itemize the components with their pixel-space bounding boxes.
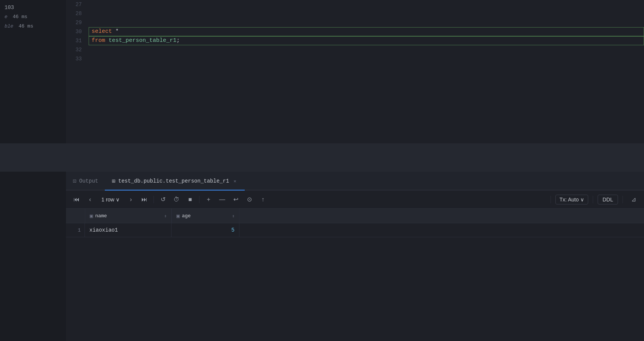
clock-button[interactable]: ⏱ — [170, 194, 182, 206]
code-panel: 27 28 29 30 31 32 33 select * from test_… — [66, 0, 644, 143]
line-num-32: 32 — [75, 45, 82, 54]
first-page-button[interactable]: ⏮ — [71, 194, 83, 206]
col-icon-age: ▣ — [176, 213, 179, 219]
divider-1 — [153, 196, 154, 203]
col-label-age: age — [182, 213, 190, 219]
col-header-age[interactable]: ▣ age ⇕ — [172, 209, 239, 223]
log-time-e: 46 ms — [13, 14, 28, 20]
code-line-33 — [89, 54, 644, 63]
log-item-ble: ble 46 ms — [0, 22, 66, 30]
code-lines[interactable]: select * from test_person_table_r1; — [89, 0, 644, 143]
bottom-left-sidebar — [0, 172, 66, 341]
row-count-selector[interactable]: 1 row ∨ — [98, 195, 123, 204]
tabs-bar: ⊡ Output ⊞ test_db.public.test_person_ta… — [66, 172, 644, 190]
code-line-27 — [89, 0, 644, 9]
table-tab-icon: ⊞ — [112, 178, 115, 185]
tab-table-label: test_db.public.test_person_table_r1 — [118, 178, 229, 184]
col-header-name[interactable]: ▣ name ⇕ — [85, 209, 172, 223]
divider-5 — [623, 196, 623, 203]
log-label-e: e — [5, 14, 8, 20]
log-number-103: 103 — [0, 4, 66, 11]
ident-table: test_person_table_r1 — [105, 37, 176, 44]
tab-output-label: Output — [79, 178, 98, 184]
tx-label: Tx: Auto — [560, 197, 579, 203]
add-row-button[interactable]: + — [202, 194, 215, 206]
next-page-button[interactable]: › — [125, 194, 137, 206]
tab-close-button[interactable]: ✕ — [232, 178, 238, 185]
toolbar-right: Tx: Auto ∨ DDL ⊿ — [549, 194, 639, 206]
stop-button[interactable]: ■ — [184, 194, 196, 206]
refresh-button[interactable]: ↺ — [157, 194, 169, 206]
table-row: 1 xiaoxiao1 5 — [66, 223, 644, 237]
sort-icon-name[interactable]: ⇕ — [164, 214, 167, 218]
delete-row-button[interactable]: — — [216, 194, 228, 206]
divider-2 — [199, 196, 199, 203]
tab-output[interactable]: ⊡ Output — [66, 172, 105, 190]
row-count-chevron: ∨ — [116, 197, 120, 203]
separator-bar — [0, 143, 644, 172]
undo-button[interactable]: ↩ — [230, 194, 242, 206]
punct-star: * — [112, 28, 119, 35]
log-time-ble: 46 ms — [18, 23, 33, 29]
line-num-31: 31 — [75, 36, 82, 45]
data-grid: ▣ name ⇕ ▣ age ⇕ 1 xiaoxiao1 5 — [66, 209, 644, 341]
tab-table[interactable]: ⊞ test_db.public.test_person_table_r1 ✕ — [105, 172, 244, 190]
log-label-ble: ble — [5, 23, 13, 29]
keyword-from: from — [92, 37, 105, 44]
grid-header: ▣ name ⇕ ▣ age ⇕ — [66, 209, 644, 223]
code-line-31[interactable]: from test_person_table_r1; — [89, 36, 644, 45]
line-num-29: 29 — [75, 18, 82, 27]
line-num-27: 27 — [75, 0, 82, 9]
results-toolbar: ⏮ ‹ 1 row ∨ › ⏭ ↺ ⏱ ■ + — ↩ ⊙ ↑ Tx: Auto… — [66, 190, 644, 209]
punct-semi: ; — [176, 37, 180, 44]
row-count-label: 1 row — [101, 197, 114, 203]
code-line-28 — [89, 9, 644, 18]
bottom-main: ⊡ Output ⊞ test_db.public.test_person_ta… — [66, 172, 644, 341]
divider-4 — [593, 196, 593, 203]
row-number-1: 1 — [66, 223, 85, 237]
col-label-name: name — [95, 213, 107, 219]
code-content: 27 28 29 30 31 32 33 select * from test_… — [66, 0, 644, 143]
line-num-33: 33 — [75, 54, 82, 63]
editor-area: 103 e 46 ms ble 46 ms 27 28 29 30 31 32 … — [0, 0, 644, 143]
output-tab-icon: ⊡ — [73, 178, 76, 185]
divider-3 — [550, 196, 551, 203]
line-num-28: 28 — [75, 9, 82, 18]
code-line-30[interactable]: select * — [89, 27, 644, 36]
prev-page-button[interactable]: ‹ — [84, 194, 96, 206]
line-gutter: 27 28 29 30 31 32 33 — [66, 0, 89, 143]
cell-name-1[interactable]: xiaoxiao1 — [85, 223, 172, 237]
pin-button[interactable]: ⊿ — [627, 194, 639, 206]
tx-selector-button[interactable]: Tx: Auto ∨ — [555, 195, 588, 204]
sort-icon-age[interactable]: ⇕ — [232, 214, 235, 218]
log-item-e: e 46 ms — [0, 13, 66, 21]
last-page-button[interactable]: ⏭ — [138, 194, 150, 206]
code-line-32 — [89, 45, 644, 54]
tx-chevron: ∨ — [580, 197, 584, 203]
row-num-header — [66, 209, 85, 223]
left-sidebar: 103 e 46 ms ble 46 ms — [0, 0, 66, 143]
ddl-button[interactable]: DDL — [598, 195, 618, 204]
filter-button[interactable]: ⊙ — [243, 194, 255, 206]
code-line-29 — [89, 18, 644, 27]
upload-button[interactable]: ↑ — [257, 194, 269, 206]
line-num-30: 30 — [75, 27, 82, 36]
keyword-select: select — [92, 28, 112, 35]
cell-age-1[interactable]: 5 — [172, 223, 239, 237]
bottom-panel: ⊡ Output ⊞ test_db.public.test_person_ta… — [0, 172, 644, 341]
col-icon-name: ▣ — [90, 213, 93, 219]
